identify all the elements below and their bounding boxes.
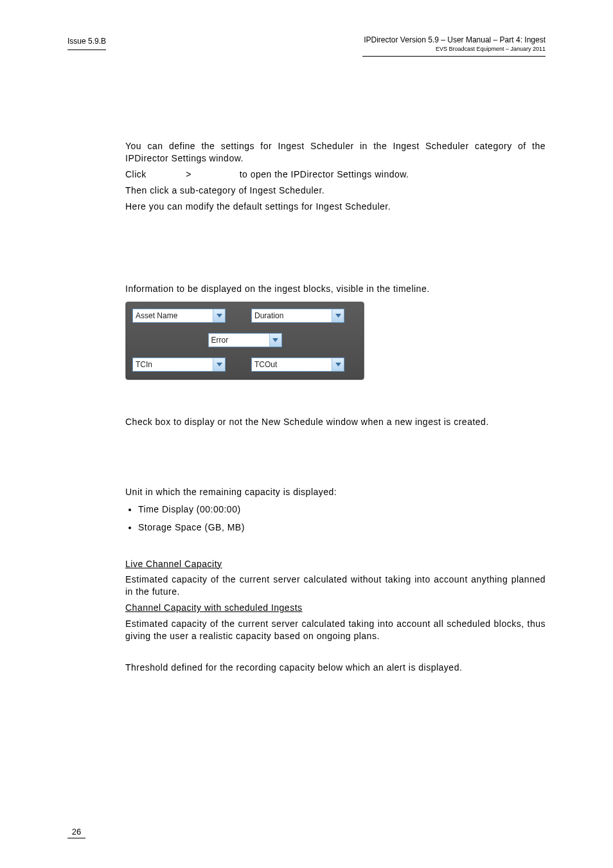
intro-p3: Then click a sub-category of Ingest Sche… — [125, 185, 546, 197]
header-rule-left — [67, 50, 106, 50]
sched-heading: Channel Capacity with scheduled Ingests — [125, 602, 546, 614]
unit-bullet-time: Time Display (00:00:00) — [138, 503, 546, 515]
combo-tcout[interactable]: TCOut — [251, 357, 344, 372]
sched-text: Estimated capacity of the current server… — [125, 618, 546, 642]
intro-p1: You can define the settings for Ingest S… — [125, 140, 546, 165]
unit-bullet-storage: Storage Space (GB, MB) — [138, 521, 546, 533]
unit-lead: Unit in which the remaining capacity is … — [125, 486, 546, 498]
chevron-down-icon[interactable] — [269, 334, 281, 347]
intro-p4: Here you can modify the default settings… — [125, 201, 546, 213]
combo-asset-name-label: Asset Name — [136, 311, 213, 320]
combo-tcin[interactable]: TCIn — [132, 357, 226, 372]
combo-tcin-label: TCIn — [136, 360, 213, 369]
threshold-text: Threshold defined for the recording capa… — [125, 662, 546, 674]
combo-error[interactable]: Error — [208, 333, 282, 347]
combo-asset-name[interactable]: Asset Name — [132, 309, 226, 323]
chevron-down-icon[interactable] — [332, 309, 344, 322]
intro-p2-gt: > — [186, 169, 191, 179]
chevron-down-icon[interactable] — [213, 358, 225, 371]
chevron-down-icon[interactable] — [213, 309, 225, 322]
combo-duration-label: Duration — [254, 311, 332, 320]
intro-p2-rest: to open the IPDirector Settings window. — [240, 169, 409, 179]
ingest-blocks-widget: Asset Name Duration Error — [125, 302, 364, 380]
checkbox-text: Check box to display or not the New Sche… — [125, 416, 546, 428]
page-header: Issue 5.9.B IPDirector Version 5.9 – Use… — [67, 35, 546, 57]
combo-error-label: Error — [211, 336, 269, 345]
live-heading-text: Live Channel Capacity — [125, 559, 222, 569]
chevron-down-icon[interactable] — [332, 358, 344, 371]
page-content: You can define the settings for Ingest S… — [125, 140, 546, 674]
header-rule-right — [362, 56, 546, 57]
header-issue: Issue 5.9.B — [67, 35, 106, 46]
intro-p2-click: Click — [125, 169, 147, 179]
live-heading: Live Channel Capacity — [125, 558, 546, 570]
header-subtitle: EVS Broadcast Equipment – January 2011 — [362, 46, 546, 52]
intro-p2: Click > to open the IPDirector Settings … — [125, 168, 546, 181]
page-number: 26 — [67, 827, 85, 838]
blocks-lead: Information to be displayed on the inges… — [125, 283, 546, 295]
live-text: Estimated capacity of the current server… — [125, 574, 546, 598]
unit-bullets: Time Display (00:00:00) Storage Space (G… — [125, 503, 546, 533]
combo-tcout-label: TCOut — [254, 360, 332, 369]
combo-duration[interactable]: Duration — [251, 309, 344, 323]
sched-heading-text: Channel Capacity with scheduled Ingests — [125, 602, 303, 613]
header-title: IPDirector Version 5.9 – User Manual – P… — [362, 35, 546, 44]
